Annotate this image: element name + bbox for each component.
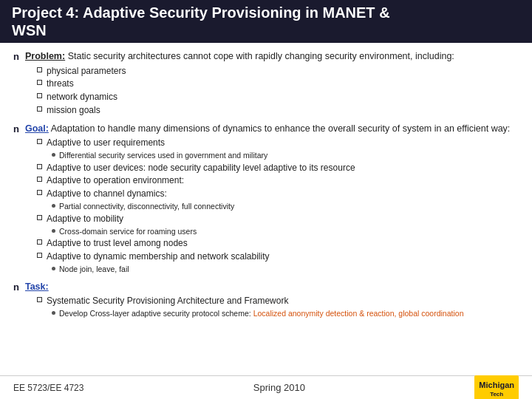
item-network-dynamics: network dynamics	[47, 91, 117, 103]
item-user-devices: Adaptive to user devices: node security …	[47, 162, 355, 174]
item-partial-conn: Partial connectivity, disconnectivity, f…	[59, 201, 234, 212]
mtu-logo-subtext: Tech	[479, 391, 514, 398]
list-item: Adaptive to trust level among nodes	[37, 237, 519, 250]
bullet-n-problem: n	[13, 51, 19, 62]
square-bullet-icon	[37, 164, 42, 169]
header-title: Project 4: Adaptive Security Provisionin…	[12, 4, 390, 39]
bullet-n-task: n	[13, 282, 19, 293]
section-task: n Task: Systematic Security Provisioning…	[13, 281, 519, 319]
goal-text: Goal: Adaptation to handle many dimensio…	[25, 123, 510, 136]
list-item: Adaptive to user devices: node security …	[37, 162, 519, 174]
square-bullet-icon	[37, 177, 42, 182]
mtu-logo-text: Michigan	[479, 381, 514, 389]
goal-list: Adaptive to user requirements Differenti…	[37, 137, 519, 274]
round-bullet-icon	[52, 229, 55, 233]
item-op-env: Adaptive to operation environment:	[47, 174, 184, 187]
list-item: Systematic Security Provisioning Archite…	[37, 295, 519, 307]
square-bullet-icon	[37, 239, 42, 245]
list-item: mission goals	[37, 104, 519, 117]
list-item: physical parameters	[37, 65, 519, 78]
list-item: Develop Cross-layer adaptive security pr…	[52, 308, 519, 319]
task-list: Systematic Security Provisioning Archite…	[37, 295, 519, 318]
square-bullet-icon	[37, 190, 42, 195]
round-bullet-icon	[52, 267, 55, 270]
square-bullet-icon	[37, 93, 42, 98]
item-ssp-arch: Systematic Security Provisioning Archite…	[47, 295, 288, 307]
item-mission-goals: mission goals	[47, 104, 100, 117]
task-header: n Task:	[13, 281, 519, 294]
mtu-logo-box: Michigan Tech	[474, 375, 519, 399]
problem-keyword: Problem:	[25, 51, 65, 61]
square-bullet-icon	[37, 80, 42, 85]
item-user-req: Adaptive to user requirements	[47, 137, 165, 149]
title-line2: WSN	[12, 21, 390, 39]
item-diff-security: Differential security services used in g…	[59, 150, 267, 161]
round-bullet-icon	[52, 153, 55, 157]
item-node-join: Node join, leave, fail	[59, 264, 129, 275]
list-item: threats	[37, 78, 519, 90]
goal-header: n Goal: Adaptation to handle many dimens…	[13, 123, 519, 136]
square-bullet-icon	[37, 253, 42, 258]
list-item: Node join, leave, fail	[52, 264, 519, 275]
round-bullet-icon	[52, 311, 55, 315]
item-membership: Adaptive to dynamic membership and netwo…	[47, 250, 269, 263]
goal-keyword: Goal:	[25, 123, 49, 134]
square-bullet-icon	[37, 67, 42, 72]
square-bullet-icon	[37, 139, 42, 144]
list-item: Differential security services used in g…	[52, 150, 519, 161]
list-item: Adaptive to operation environment:	[37, 174, 519, 187]
item-physical-params: physical parameters	[47, 65, 126, 78]
problem-intro: Static security architectures cannot cop…	[68, 51, 454, 61]
item-mobility: Adaptive to mobility	[47, 213, 123, 225]
list-item: Cross-domain service for roaming users	[52, 226, 519, 237]
square-bullet-icon	[37, 215, 42, 220]
sub-list: Develop Cross-layer adaptive security pr…	[52, 308, 519, 319]
header-bar: Project 4: Adaptive Security Provisionin…	[0, 0, 532, 43]
bullet-n-goal: n	[13, 123, 19, 134]
sub-list: Differential security services used in g…	[52, 150, 519, 161]
item-crossdomain: Cross-domain service for roaming users	[59, 226, 197, 237]
item-develop-cross: Develop Cross-layer adaptive security pr…	[59, 308, 463, 319]
item-trust: Adaptive to trust level among nodes	[47, 237, 188, 250]
section-problem: n Problem: Static security architectures…	[13, 50, 519, 117]
list-item: Adaptive to channel dynamics:	[37, 188, 519, 200]
footer: EE 5723/EE 4723 Spring 2010 Michigan Tec…	[0, 375, 532, 399]
goal-intro: Adaptation to handle many dimensions of …	[51, 123, 511, 134]
section-goal: n Goal: Adaptation to handle many dimens…	[13, 123, 519, 275]
task-keyword: Task:	[25, 282, 49, 292]
orange-highlight: Localized anonymity detection & reaction…	[253, 309, 464, 318]
list-item: Adaptive to dynamic membership and netwo…	[37, 250, 519, 263]
sub-list: Partial connectivity, disconnectivity, f…	[52, 201, 519, 212]
list-item: network dynamics	[37, 91, 519, 103]
item-threats: threats	[47, 78, 74, 90]
item-channel-dynamics: Adaptive to channel dynamics:	[47, 188, 167, 200]
sub-list: Node join, leave, fail	[52, 264, 519, 275]
round-bullet-icon	[52, 204, 55, 208]
footer-course: EE 5723/EE 4723	[13, 383, 83, 393]
main-content: n Problem: Static security architectures…	[0, 43, 532, 330]
mtu-logo: Michigan Tech	[474, 375, 519, 399]
problem-list: physical parameters threats network dyna…	[37, 65, 519, 117]
problem-header: n Problem: Static security architectures…	[13, 50, 519, 64]
title-line1: Project 4: Adaptive Security Provisionin…	[12, 4, 390, 21]
list-item: Adaptive to user requirements	[37, 137, 519, 149]
square-bullet-icon	[37, 106, 42, 112]
sub-list: Cross-domain service for roaming users	[52, 226, 519, 237]
task-text: Task:	[25, 281, 49, 294]
list-item: Adaptive to mobility	[37, 213, 519, 225]
footer-semester: Spring 2010	[253, 382, 305, 393]
list-item: Partial connectivity, disconnectivity, f…	[52, 201, 519, 212]
square-bullet-icon	[37, 297, 42, 302]
problem-text: Problem: Static security architectures c…	[25, 50, 454, 64]
